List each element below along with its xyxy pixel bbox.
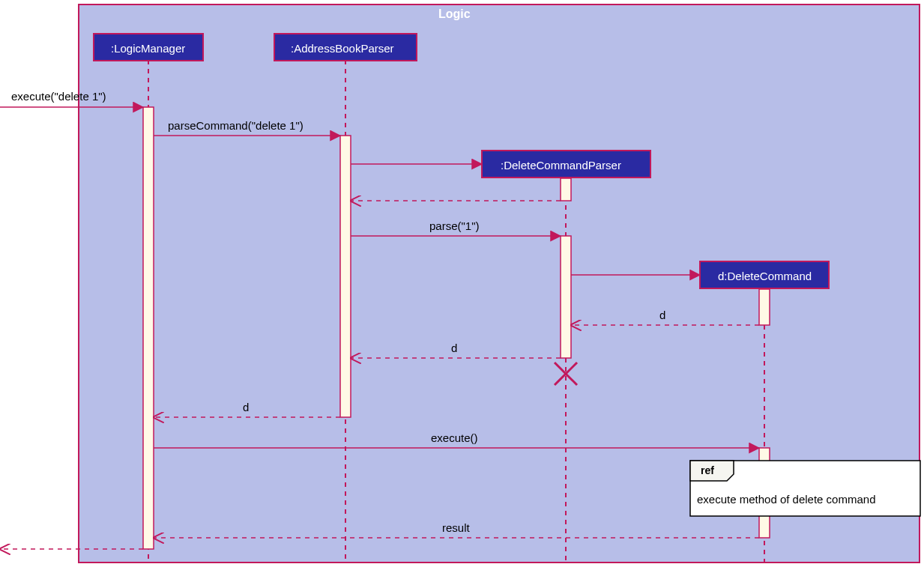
msg-execute-in-text: execute("delete 1") [11, 90, 106, 103]
head-delete-command-parser-text: :DeleteCommandParser [501, 159, 621, 172]
msg-return-d2-text: d [451, 342, 457, 354]
msg-parse-text: parse("1") [429, 219, 480, 232]
activation-address-book-parser [340, 136, 351, 417]
ref-text: execute method of delete command [697, 493, 875, 506]
frame-title: Logic [438, 7, 471, 20]
msg-return-d1-text: d [659, 309, 665, 321]
msg-return-d3-text: d [243, 401, 249, 413]
activation-delete-command-parser-1 [561, 178, 571, 201]
head-delete-command-text: d:DeleteCommand [718, 270, 812, 282]
msg-execute2-text: execute() [431, 431, 478, 444]
activation-delete-command-parser-2 [561, 236, 571, 358]
msg-result-text: result [442, 521, 471, 534]
head-logic-manager-text: :LogicManager [111, 42, 185, 55]
ref-label: ref [701, 464, 714, 476]
msg-parse-command-text: parseCommand("delete 1") [168, 119, 304, 132]
head-address-book-parser-text: :AddressBookParser [291, 42, 394, 55]
activation-logic-manager [143, 107, 154, 549]
activation-delete-command-1 [759, 289, 770, 325]
